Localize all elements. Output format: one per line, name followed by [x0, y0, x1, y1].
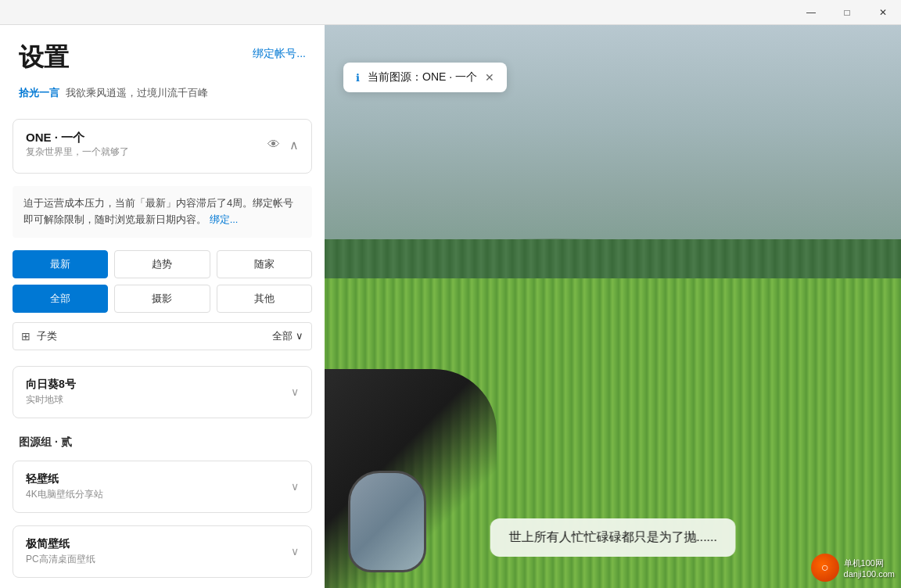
- source-item-sunflower[interactable]: 向日葵8号 实时地球 ∨: [13, 366, 312, 418]
- main-layout: 设置 绑定帐号... 拾光一言 我欲乘风逍遥，过境川流千百峰 ONE · 一个 …: [0, 25, 901, 588]
- caption-text: 世上所有人忙忙碌碌都只是为了抛......: [508, 530, 717, 543]
- source-card-icons: 👁 ∧: [267, 138, 299, 152]
- collapse-icon[interactable]: ∧: [289, 138, 299, 152]
- filter-group-1: 最新 趋势 随家: [13, 250, 312, 278]
- wallpaper-background: [325, 25, 901, 588]
- category-label: 子类: [37, 329, 266, 343]
- category-select[interactable]: 全部 ∨: [272, 329, 303, 343]
- brand-logo-icon: ○: [811, 554, 839, 582]
- daily-quote: 拾光一言 我欲乘风逍遥，过境川流千百峰: [0, 83, 325, 113]
- source-card: ONE · 一个 复杂世界里，一个就够了 👁 ∧: [13, 119, 312, 174]
- source-item-title: 轻壁纸: [26, 472, 103, 486]
- source-card-subtitle: 复杂世界里，一个就够了: [26, 145, 129, 159]
- source-item-title: 极简壁纸: [26, 537, 95, 551]
- grid-icon: ⊞: [21, 330, 31, 342]
- filter-btn-photo[interactable]: 摄影: [114, 285, 210, 313]
- group-label-2: 图源组 · 贰: [0, 425, 325, 454]
- source-item-subtitle: PC高清桌面壁纸: [26, 553, 95, 566]
- source-item-light-wallpaper[interactable]: 轻壁纸 4K电脑壁纸分享站 ∨: [13, 461, 312, 513]
- filter-btn-trend[interactable]: 趋势: [114, 250, 210, 278]
- bind-account-link[interactable]: 绑定帐号...: [253, 47, 306, 61]
- notice-text: 迫于运营成本压力，当前「最新」内容滞后了4周。绑定帐号即可解除限制，随时浏览最新…: [23, 197, 293, 225]
- filter-btn-random[interactable]: 随家: [217, 250, 312, 278]
- chevron-right-icon: ∨: [291, 480, 299, 493]
- minimize-button[interactable]: —: [793, 0, 829, 25]
- source-popup-text: 当前图源：ONE · 一个: [368, 70, 477, 84]
- source-item-title: 向日葵8号: [26, 378, 76, 392]
- mirror-shape: [348, 471, 426, 572]
- filter-btn-all[interactable]: 全部: [13, 285, 108, 313]
- left-panel: 设置 绑定帐号... 拾光一言 我欲乘风逍遥，过境川流千百峰 ONE · 一个 …: [0, 25, 325, 588]
- category-selected-value: 全部: [272, 329, 293, 343]
- filter-btn-other[interactable]: 其他: [217, 285, 312, 313]
- brand-name: 单机100网: [844, 558, 895, 569]
- settings-title: 设置: [19, 41, 69, 75]
- brand-watermark: ○ 单机100网 danji100.com: [811, 554, 895, 582]
- info-icon: ℹ: [356, 72, 360, 84]
- notice-box: 迫于运营成本压力，当前「最新」内容滞后了4周。绑定帐号即可解除限制，随时浏览最新…: [13, 186, 312, 238]
- source-card-title: ONE · 一个: [26, 131, 129, 145]
- chevron-right-icon: ∨: [291, 385, 299, 398]
- source-popup: ℹ 当前图源：ONE · 一个 ✕: [343, 63, 507, 92]
- filter-btn-latest[interactable]: 最新: [13, 250, 108, 278]
- source-item-info: 极简壁纸 PC高清桌面壁纸: [26, 537, 95, 566]
- maximize-button[interactable]: □: [829, 0, 865, 25]
- close-button[interactable]: ✕: [865, 0, 901, 25]
- source-card-title-group: ONE · 一个 复杂世界里，一个就够了: [26, 131, 129, 159]
- wallpaper-caption: 世上所有人忙忙碌碌都只是为了抛......: [490, 518, 736, 557]
- brand-domain: danji100.com: [844, 569, 895, 579]
- source-card-header: ONE · 一个 复杂世界里，一个就够了 👁 ∧: [26, 131, 299, 159]
- source-item-info: 轻壁纸 4K电脑壁纸分享站: [26, 472, 103, 501]
- daily-quote-text: 我欲乘风逍遥，过境川流千百峰: [66, 86, 208, 100]
- car-mirror-overlay: [325, 369, 497, 588]
- right-panel: ℹ 当前图源：ONE · 一个 ✕ 世上所有人忙忙碌碌都只是为了抛...... …: [325, 25, 901, 588]
- chevron-right-icon: ∨: [291, 545, 299, 558]
- daily-quote-label: 拾光一言: [19, 86, 59, 100]
- category-row[interactable]: ⊞ 子类 全部 ∨: [13, 322, 312, 350]
- source-item-subtitle: 实时地球: [26, 393, 76, 407]
- popup-close-icon[interactable]: ✕: [485, 71, 494, 84]
- title-bar: — □ ✕: [0, 0, 901, 25]
- settings-header: 设置 绑定帐号...: [0, 25, 325, 83]
- source-item-subtitle: 4K电脑壁纸分享站: [26, 488, 103, 501]
- brand-text-group: 单机100网 danji100.com: [844, 558, 895, 579]
- source-item-info: 向日葵8号 实时地球: [26, 378, 76, 407]
- notice-link[interactable]: 绑定...: [210, 213, 239, 225]
- eye-icon[interactable]: 👁: [267, 138, 280, 152]
- filter-group-2: 全部 摄影 其他: [13, 285, 312, 313]
- source-item-minimal-wallpaper[interactable]: 极简壁纸 PC高清桌面壁纸 ∨: [13, 525, 312, 578]
- chevron-down-icon: ∨: [296, 330, 303, 342]
